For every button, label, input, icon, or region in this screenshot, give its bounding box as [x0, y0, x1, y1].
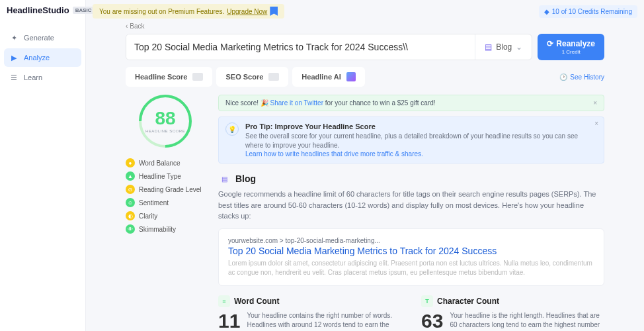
type-icon: ▲: [126, 171, 135, 181]
counts-row: ≡Word Count 11 Your headline contains th…: [218, 295, 604, 332]
share-twitter-link[interactable]: Share it on Twitter: [270, 99, 323, 107]
main-nav: ✦ Generate ▶ Analyze ☰ Learn: [0, 17, 85, 87]
reanalyze-label: Reanalyze: [556, 39, 595, 48]
char-count-value: 63: [421, 311, 443, 331]
nav-learn[interactable]: ☰ Learn: [4, 68, 81, 87]
upgrade-promo[interactable]: You are missing out on Premium Features.…: [93, 4, 284, 19]
tab-headline-ai[interactable]: Headline AI: [292, 67, 365, 87]
metric-label: Sentiment: [139, 199, 169, 207]
upgrade-link[interactable]: Upgrade Now: [227, 8, 267, 15]
headline-input-wrap: ▤ Blog ⌄: [126, 34, 532, 60]
refresh-icon: ⟳: [547, 39, 553, 48]
alert-suffix: for your chance to win a $25 gift card!: [323, 99, 436, 107]
pro-tip-box: × 💡 Pro Tip: Improve Your Headline Score…: [218, 117, 604, 164]
headline-input[interactable]: [126, 34, 475, 60]
metrics-list: ●Word Balance ▲Headline Type GReading Gr…: [126, 158, 205, 234]
chevron-down-icon: ⌄: [516, 42, 522, 52]
tab-headline-score[interactable]: Headline Score: [126, 67, 212, 87]
nav-analyze[interactable]: ▶ Analyze: [4, 48, 81, 67]
metric-label: Reading Grade Level: [139, 186, 202, 193]
sentiment-icon: ☺: [126, 198, 135, 207]
nav-generate[interactable]: ✦ Generate: [4, 28, 81, 47]
analyze-icon: ▶: [9, 53, 19, 62]
char-count-icon: T: [421, 295, 433, 307]
word-count-value: 11: [218, 311, 240, 331]
reanalyze-button[interactable]: ⟳Reanalyze 1 Credit: [538, 34, 604, 60]
tabs-row: Headline Score SEO Score Headline AI 🕑 S…: [126, 67, 604, 87]
nav-analyze-label: Analyze: [24, 54, 50, 62]
details-column: Nice score! 🎉 Share it on Twitter for yo…: [218, 95, 604, 331]
metric-reading-grade[interactable]: GReading Grade Level: [126, 185, 205, 194]
tab-seo-label: SEO Score: [225, 73, 263, 81]
tab-ai-label: Headline AI: [302, 73, 341, 81]
history-label: See History: [570, 73, 604, 81]
tip-text: See the overall score for your current h…: [245, 132, 597, 150]
metric-clarity[interactable]: ◐Clarity: [126, 211, 205, 220]
metric-label: Word Balance: [139, 160, 181, 167]
close-tip-icon[interactable]: ×: [594, 120, 598, 127]
word-count-block: ≡Word Count 11 Your headline contains th…: [218, 295, 401, 332]
serp-desc: Lorem ipsum dolor sit amet, consectetur …: [228, 259, 594, 277]
tab-seo-badge: [268, 73, 279, 81]
char-count-text: Your headline is the right length. Headl…: [450, 311, 604, 332]
learn-icon: ☰: [9, 73, 19, 82]
metric-label: Headline Type: [139, 173, 181, 180]
balance-icon: ●: [126, 158, 135, 167]
blog-section-icon: ▤: [218, 173, 230, 185]
blog-icon: ▤: [485, 42, 492, 52]
word-count-icon: ≡: [218, 295, 230, 307]
back-link[interactable]: ‹ Back: [126, 23, 604, 30]
score-column: 88 HEADLINE SCORE ●Word Balance ▲Headlin…: [126, 95, 205, 331]
metric-label: Clarity: [139, 213, 157, 220]
serp-title: Top 20 Social Media Marketing Metrics to…: [228, 246, 594, 256]
word-count-text: Your headline contains the right number …: [247, 311, 401, 332]
skim-icon: 👁: [126, 224, 135, 234]
back-label: Back: [130, 23, 144, 30]
tab-seo-score[interactable]: SEO Score: [216, 67, 288, 87]
close-alert-icon[interactable]: ×: [593, 99, 597, 107]
type-label: Blog: [496, 42, 512, 52]
char-count-title: Character Count: [437, 297, 499, 306]
content-type-select[interactable]: ▤ Blog ⌄: [475, 34, 532, 60]
sidebar: HeadlineStudio BASIC ✦ Generate ▶ Analyz…: [0, 0, 86, 331]
metric-sentiment[interactable]: ☺Sentiment: [126, 198, 205, 207]
metric-word-balance[interactable]: ●Word Balance: [126, 158, 205, 167]
lightbulb-icon: 💡: [225, 122, 239, 136]
score-value: 88: [155, 109, 175, 128]
score-circle: 88 HEADLINE SCORE: [139, 95, 192, 148]
credits-text: 10 of 10 Credits Remaining: [552, 8, 632, 15]
analysis: 88 HEADLINE SCORE ●Word Balance ▲Headlin…: [126, 95, 604, 331]
metric-skimmability[interactable]: 👁Skimmability: [126, 224, 205, 234]
char-count-block: TCharacter Count 63 Your headline is the…: [421, 295, 604, 332]
metric-headline-type[interactable]: ▲Headline Type: [126, 171, 205, 181]
credits-badge[interactable]: ◆ 10 of 10 Credits Remaining: [539, 5, 637, 18]
nav-learn-label: Learn: [24, 73, 42, 81]
serp-preview: yourwebsite.com > top-20-social-media-ma…: [218, 228, 604, 286]
share-alert: Nice score! 🎉 Share it on Twitter for yo…: [218, 95, 604, 111]
ai-icon: [346, 72, 356, 81]
credits-icon: ◆: [544, 8, 549, 15]
nav-generate-label: Generate: [24, 34, 54, 42]
clarity-icon: ◐: [126, 211, 135, 220]
brand-name: HeadlineStudio: [7, 5, 69, 15]
sparkle-icon: ✦: [9, 33, 19, 42]
see-history-link[interactable]: 🕑 See History: [559, 73, 604, 81]
tabs: Headline Score SEO Score Headline AI: [126, 67, 365, 87]
blog-section-head: ▤ Blog: [218, 173, 604, 185]
topbar: You are missing out on Premium Features.…: [86, 0, 644, 23]
tip-learn-link[interactable]: Learn how to write headlines that drive …: [245, 150, 597, 158]
headline-row: ▤ Blog ⌄ ⟳Reanalyze 1 Credit: [126, 34, 604, 60]
tab-score-label: Headline Score: [135, 73, 187, 81]
score-sublabel: HEADLINE SCORE: [145, 129, 185, 133]
bookmark-icon: [270, 7, 278, 16]
metric-label: Skimmability: [139, 226, 176, 233]
content: ‹ Back ▤ Blog ⌄ ⟳Reanalyze 1 Credit: [86, 23, 644, 331]
tip-title: Pro Tip: Improve Your Headline Score: [245, 122, 597, 130]
blog-section-desc: Google recommends a headline limit of 60…: [218, 189, 604, 222]
alert-prefix: Nice score! 🎉: [225, 99, 270, 107]
chevron-left-icon: ‹: [126, 23, 128, 30]
reanalyze-sub: 1 Credit: [562, 49, 581, 55]
tab-score-badge: [192, 73, 203, 81]
blog-section: ▤ Blog Google recommends a headline limi…: [218, 173, 604, 331]
logo: HeadlineStudio BASIC: [0, 0, 85, 17]
